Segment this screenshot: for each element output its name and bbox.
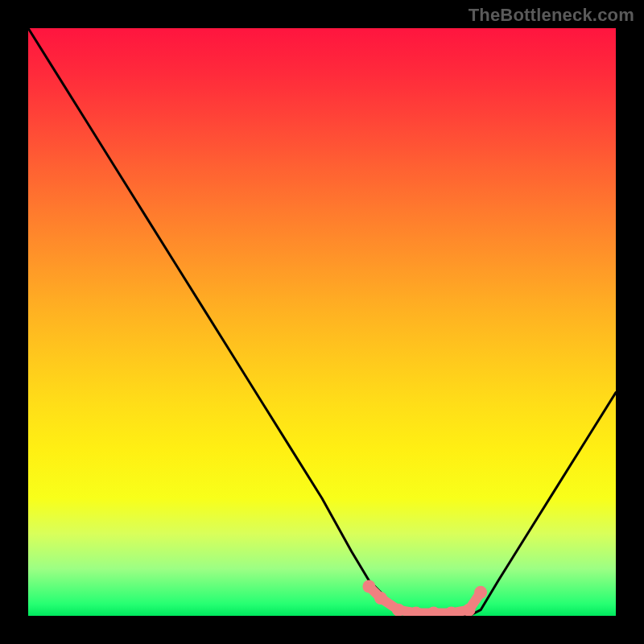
salmon-dots — [362, 580, 487, 617]
svg-point-4 — [427, 606, 440, 616]
watermark-text: TheBottleneck.com — [469, 5, 634, 26]
curve-layer — [28, 28, 616, 616]
svg-point-0 — [362, 580, 375, 593]
plot-area — [28, 28, 616, 616]
chart-frame: TheBottleneck.com — [0, 0, 644, 644]
bottleneck-curve — [28, 28, 616, 616]
svg-point-6 — [463, 604, 476, 616]
svg-point-1 — [374, 592, 387, 605]
svg-point-2 — [392, 604, 405, 616]
svg-point-7 — [474, 586, 487, 599]
